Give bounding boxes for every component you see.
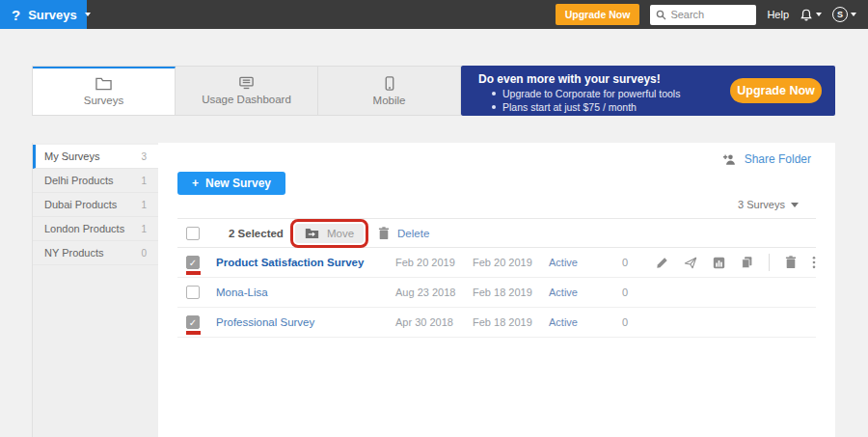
upgrade-banner: Do even more with your surveys! Upgrade … bbox=[461, 66, 835, 116]
annotation-highlight-box: Move bbox=[290, 219, 368, 248]
search-input[interactable] bbox=[670, 9, 747, 20]
account-menu[interactable]: S bbox=[832, 7, 856, 22]
survey-date-created: Aug 23 2018 bbox=[395, 287, 473, 298]
chevron-down-icon bbox=[85, 13, 91, 16]
row-checkbox-cell: ✓ bbox=[177, 308, 216, 337]
folder-icon bbox=[95, 77, 112, 91]
survey-responses-count: 0 bbox=[617, 257, 646, 268]
survey-name-link[interactable]: Product Satisfaction Survey bbox=[216, 257, 395, 268]
table-row: ✓ Product Satisfaction Survey Feb 20 201… bbox=[177, 248, 816, 278]
notifications-menu[interactable] bbox=[800, 8, 822, 22]
folder-count: 1 bbox=[141, 200, 147, 210]
reports-chart-icon[interactable] bbox=[713, 257, 725, 269]
sidebar-item-ny-products[interactable]: NY Products 0 bbox=[33, 241, 158, 265]
row-checkbox-cell: ✓ bbox=[177, 248, 216, 277]
topbar-right: Upgrade Now Help S bbox=[556, 4, 868, 25]
row-checkbox[interactable]: ✓ bbox=[186, 256, 200, 269]
sidebar-item-london-products[interactable]: London Products 1 bbox=[33, 217, 158, 241]
chevron-down-icon bbox=[791, 203, 799, 207]
page: ? Surveys Upgrade Now Help S bbox=[0, 0, 868, 437]
product-switcher[interactable]: ? Surveys bbox=[0, 0, 87, 29]
delete-label: Delete bbox=[397, 228, 429, 239]
new-survey-button[interactable]: + New Survey bbox=[177, 172, 285, 195]
survey-date-edited: Feb 20 2019 bbox=[473, 257, 549, 268]
help-link[interactable]: Help bbox=[767, 9, 789, 20]
search-icon bbox=[656, 10, 666, 20]
survey-date-created: Apr 30 2018 bbox=[395, 316, 473, 328]
survey-status[interactable]: Active bbox=[549, 257, 617, 268]
tab-usage-dashboard[interactable]: Usage Dashboard bbox=[176, 67, 318, 115]
folder-label: London Products bbox=[44, 223, 124, 234]
table-row: Mona-Lisa Aug 23 2018 Feb 18 2019 Active… bbox=[177, 278, 816, 308]
divider bbox=[769, 254, 770, 271]
chevron-down-icon bbox=[851, 13, 856, 16]
survey-responses-count: 0 bbox=[617, 316, 646, 328]
tabs-banner-strip: Surveys Usage Dashboard Mobile Do even m… bbox=[32, 66, 835, 116]
table-row: ✓ Professional Survey Apr 30 2018 Feb 18… bbox=[177, 308, 816, 338]
surveys-table: 2 Selected Move Delete bbox=[177, 218, 816, 338]
dashboard-icon bbox=[238, 76, 255, 90]
tab-mobile[interactable]: Mobile bbox=[318, 67, 461, 115]
survey-name-link[interactable]: Professional Survey bbox=[216, 316, 395, 328]
delete-button[interactable]: Delete bbox=[378, 227, 429, 240]
mobile-icon bbox=[385, 76, 394, 91]
move-label: Move bbox=[327, 228, 354, 239]
more-options-icon[interactable] bbox=[812, 256, 816, 269]
folder-count: 3 bbox=[141, 151, 147, 162]
trash-icon bbox=[378, 227, 390, 240]
duplicate-copy-icon[interactable] bbox=[741, 256, 753, 269]
send-plane-icon[interactable] bbox=[684, 257, 697, 269]
sidebar-item-dubai-products[interactable]: Dubai Products 1 bbox=[33, 193, 158, 217]
proprofs-logo-icon: ? bbox=[12, 8, 20, 22]
survey-date-edited: Feb 18 2019 bbox=[473, 316, 549, 328]
banner-bullet-text: Upgrade to Corporate for powerful tools bbox=[502, 88, 680, 99]
row-checkbox-cell bbox=[177, 278, 216, 307]
folders-sidebar: My Surveys 3 Delhi Products 1 Dubai Prod… bbox=[32, 143, 158, 437]
select-all-checkbox[interactable] bbox=[186, 227, 200, 240]
bullet-icon bbox=[492, 92, 496, 96]
banner-bullet-text: Plans start at just $75 / month bbox=[502, 101, 637, 113]
survey-name-link[interactable]: Mona-Lisa bbox=[216, 287, 395, 298]
folder-label: NY Products bbox=[44, 247, 104, 259]
annotation-underline bbox=[186, 331, 201, 335]
avatar: S bbox=[832, 7, 848, 22]
upgrade-now-button-top[interactable]: Upgrade Now bbox=[556, 4, 640, 25]
chevron-down-icon bbox=[816, 13, 822, 16]
row-checkbox[interactable]: ✓ bbox=[186, 315, 200, 329]
move-button[interactable]: Move bbox=[295, 224, 364, 243]
surveys-count-label: 3 Surveys bbox=[738, 199, 785, 210]
tab-surveys[interactable]: Surveys bbox=[33, 67, 176, 115]
tab-label: Usage Dashboard bbox=[202, 94, 291, 105]
edit-pencil-icon[interactable] bbox=[656, 257, 668, 269]
folder-label: My Surveys bbox=[44, 150, 99, 162]
new-survey-label: New Survey bbox=[205, 177, 271, 190]
folder-count: 1 bbox=[141, 224, 147, 234]
product-menu-label: Surveys bbox=[28, 8, 77, 22]
move-folder-icon bbox=[305, 228, 319, 239]
survey-status[interactable]: Active bbox=[549, 287, 617, 298]
sidebar-item-delhi-products[interactable]: Delhi Products 1 bbox=[33, 169, 158, 193]
folder-count: 1 bbox=[141, 176, 147, 186]
annotation-underline bbox=[186, 271, 201, 275]
tab-label: Mobile bbox=[373, 95, 406, 106]
plus-icon: + bbox=[192, 177, 199, 190]
selected-count-label: 2 Selected bbox=[229, 228, 284, 239]
survey-date-edited: Feb 18 2019 bbox=[473, 287, 549, 298]
upgrade-now-button-banner[interactable]: Upgrade Now bbox=[730, 78, 822, 103]
trash-icon[interactable] bbox=[785, 256, 797, 269]
bell-icon bbox=[800, 8, 813, 22]
surveys-count-dropdown[interactable]: 3 Surveys bbox=[738, 199, 799, 210]
main-panel: Share Folder + New Survey 3 Surveys 2 Se… bbox=[158, 143, 835, 437]
selection-bar: 2 Selected Move Delete bbox=[177, 218, 816, 248]
row-checkbox[interactable] bbox=[186, 286, 200, 299]
survey-status[interactable]: Active bbox=[549, 316, 617, 328]
share-folder-link[interactable]: Share Folder bbox=[722, 152, 811, 166]
tab-label: Surveys bbox=[84, 95, 124, 106]
folder-label: Delhi Products bbox=[44, 175, 114, 186]
share-folder-label: Share Folder bbox=[745, 152, 811, 166]
top-bar: ? Surveys Upgrade Now Help S bbox=[0, 0, 868, 29]
sidebar-item-my-surveys[interactable]: My Surveys 3 bbox=[33, 145, 158, 169]
search-box[interactable] bbox=[650, 5, 756, 25]
bullet-icon bbox=[492, 105, 496, 109]
tab-bar: Surveys Usage Dashboard Mobile bbox=[32, 66, 461, 116]
